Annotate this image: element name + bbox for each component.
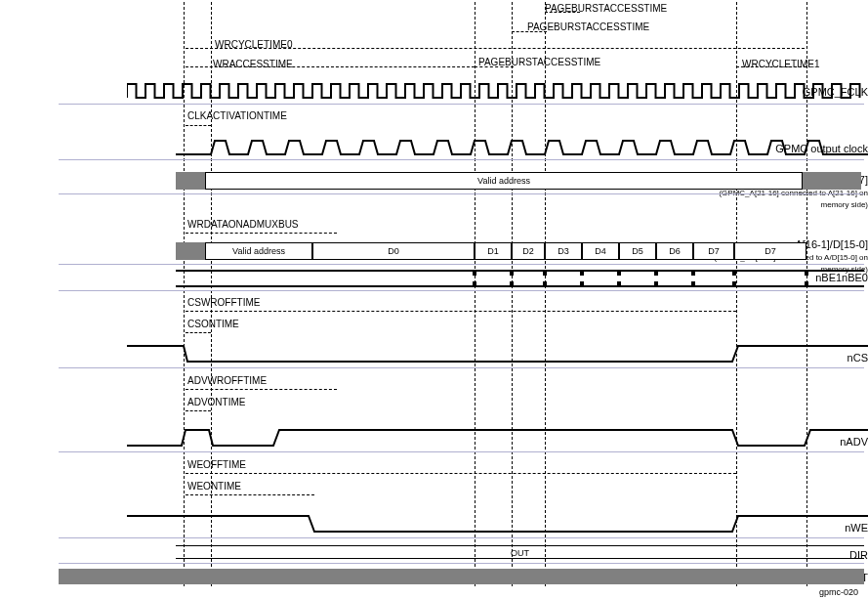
label-weon: WEONTIME: [187, 481, 241, 492]
label-advon: ADVONTIME: [187, 397, 245, 407]
be-notch: [473, 270, 476, 276]
ad-grey-left: [176, 242, 205, 260]
dash-clkact: [186, 125, 211, 126]
ad-cell-d1-1: D1: [475, 242, 512, 260]
rule-dir: [59, 563, 864, 564]
addr-valid-text: Valid address: [477, 176, 530, 186]
wave-ncs: [127, 342, 868, 365]
be-notch: [805, 270, 808, 276]
wait-band: [59, 569, 864, 584]
be-notch: [473, 281, 476, 287]
dir-value: OUT: [511, 548, 529, 558]
ad-cell-d7-7: D7: [693, 242, 734, 260]
be-notch: [691, 270, 695, 276]
rule-nwe: [59, 537, 864, 538]
top-label-pba_mid: PAGEBURSTACCESSTIME: [527, 21, 649, 32]
label-weoff: WEOFFTIME: [187, 459, 246, 470]
image-id: gpmc-020: [819, 587, 858, 597]
wave-output-clock: [176, 137, 868, 158]
rule-nadv: [59, 451, 864, 452]
dash-wrdata: [186, 233, 337, 234]
rule-ad: [59, 264, 864, 265]
rule-fclk: [59, 104, 864, 105]
be-notch: [543, 281, 547, 287]
top-label-wrcycle0: WRCYCLETIME0: [215, 39, 292, 50]
top-label-pba_top: PAGEBURSTACCESSTIME: [545, 3, 667, 14]
ad-cell-d7-8: D7: [734, 242, 806, 260]
ad-cell-d4-4: D4: [582, 242, 619, 260]
top-label-wrcycle1: WRCYCLETIME1: [742, 59, 819, 69]
wave-nadv: [127, 424, 868, 449]
be-notch: [732, 281, 736, 287]
be-notch: [654, 281, 658, 287]
timing-diagram: PAGEBURSTACCESSTIMEPAGEBURSTACCESSTIMEWR…: [0, 0, 868, 599]
rule-addr: [59, 193, 864, 194]
addr-grey-left: [176, 172, 205, 190]
dash-cson: [186, 332, 211, 333]
rule-ncs: [59, 367, 864, 368]
be-notch: [805, 281, 808, 287]
be-notch: [617, 270, 621, 276]
be-notch: [617, 281, 621, 287]
ad-valid-addr: Valid address: [205, 242, 312, 260]
ad-cell-d2-2: D2: [512, 242, 545, 260]
be-notch: [691, 281, 695, 287]
wave-gpmc-fclk: [127, 80, 868, 102]
be-band: [176, 270, 864, 287]
ad-cell-d0-0: D0: [312, 242, 475, 260]
label-wrdata: WRDATAONADMUXBUS: [187, 219, 299, 230]
dir-band: OUT: [176, 545, 864, 559]
wave-nwe: [127, 510, 868, 535]
be-notch: [580, 270, 584, 276]
label-cswroff: CSWROFFTIME: [187, 297, 260, 308]
be-notch: [732, 270, 736, 276]
label-clkactivation: CLKACTIVATIONTIME: [187, 110, 287, 121]
be-notch: [510, 270, 514, 276]
ad-cell-d3-3: D3: [545, 242, 582, 260]
addr-grey-right: [803, 172, 861, 190]
label-cson: CSONTIME: [187, 319, 239, 329]
ad-valid-text: Valid address: [232, 246, 285, 256]
dash-advon: [186, 410, 211, 411]
be-notch: [580, 281, 584, 287]
be-notch: [543, 270, 547, 276]
ad-cell-d5-5: D5: [619, 242, 656, 260]
ad-cell-d6-6: D6: [656, 242, 693, 260]
addr-valid: Valid address: [205, 172, 803, 190]
label-advwroff: ADVWROFFTIME: [187, 375, 267, 386]
rule-outclk: [59, 159, 864, 160]
be-notch: [510, 281, 514, 287]
dash-weon: [186, 494, 314, 495]
rule-be: [59, 290, 864, 291]
dash-cswroff: [186, 311, 736, 312]
be-notch: [654, 270, 658, 276]
dash-advwroff: [186, 389, 337, 390]
top-label-wraccess: WRACCESSTIME: [213, 59, 293, 69]
top-label-pba_low: PAGEBURSTACCESSTIME: [478, 57, 600, 67]
label-addr-sub: (GPMC_A[21-16] connected to A[21-16] on …: [719, 189, 868, 209]
dash-weoff: [186, 473, 736, 474]
